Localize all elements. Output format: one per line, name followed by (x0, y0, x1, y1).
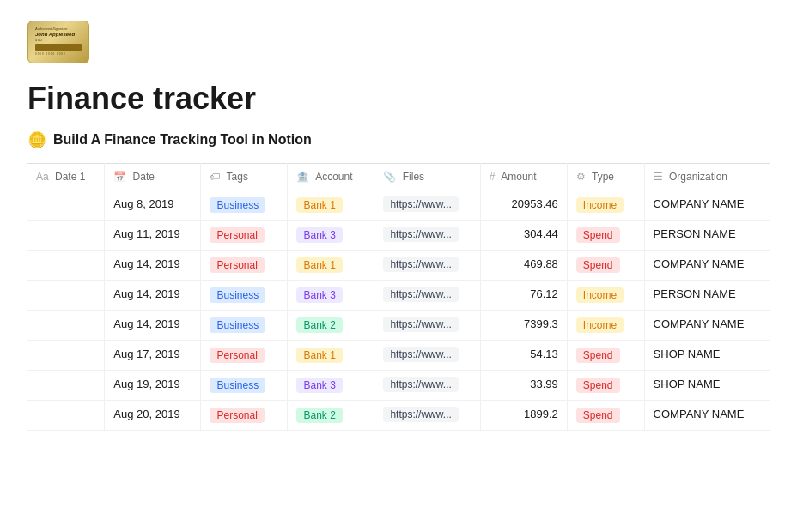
col-header-date[interactable]: 📅 Date (105, 164, 201, 190)
page-title: Finance tracker (27, 81, 770, 117)
type-badge-0[interactable]: Income (576, 197, 624, 213)
tag-badge-4[interactable]: Business (210, 317, 265, 333)
card-auth-text: Authorized Signature (35, 27, 82, 31)
cell-tags-3: Business (201, 281, 288, 311)
col-icon-date1: Aa (36, 171, 49, 183)
col-header-account[interactable]: 🏦 Account (288, 164, 374, 190)
cell-date1-3 (27, 281, 105, 311)
cell-type-3: Income (567, 281, 644, 311)
tag-badge-2[interactable]: Personal (210, 257, 264, 273)
cell-type-5: Spend (567, 341, 644, 371)
table-row[interactable]: Aug 11, 2019 Personal Bank 3 https://www… (27, 221, 770, 251)
table-row[interactable]: Aug 20, 2019 Personal Bank 2 https://www… (27, 401, 770, 431)
type-badge-7[interactable]: Spend (576, 408, 620, 423)
file-link-6[interactable]: https://www... (383, 377, 458, 392)
tag-badge-1[interactable]: Personal (210, 227, 264, 243)
file-link-0[interactable]: https://www... (383, 196, 458, 212)
cell-account-5: Bank 1 (288, 341, 374, 371)
tag-badge-6[interactable]: Business (210, 378, 265, 393)
cell-type-7: Spend (567, 401, 644, 431)
type-badge-1[interactable]: Spend (576, 227, 620, 243)
account-badge-1[interactable]: Bank 3 (296, 227, 342, 243)
file-link-3[interactable]: https://www... (383, 287, 458, 302)
type-badge-4[interactable]: Income (576, 317, 624, 333)
tag-badge-7[interactable]: Personal (210, 408, 264, 423)
cell-org-6: SHOP NAME (644, 371, 770, 401)
file-link-2[interactable]: https://www... (383, 257, 458, 272)
type-badge-6[interactable]: Spend (576, 378, 620, 393)
type-badge-2[interactable]: Spend (576, 257, 620, 273)
cell-tags-7: Personal (201, 401, 288, 431)
col-header-amount[interactable]: # Amount (480, 164, 567, 190)
cell-org-1: PERSON NAME (644, 221, 770, 251)
account-badge-2[interactable]: Bank 1 (296, 257, 342, 273)
cell-date1-1 (27, 221, 105, 251)
col-header-tags[interactable]: 🏷 Tags (201, 164, 288, 190)
cell-type-4: Income (567, 311, 644, 341)
tag-badge-5[interactable]: Personal (210, 348, 264, 363)
file-link-7[interactable]: https://www... (383, 407, 458, 422)
cell-files-3: https://www... (374, 281, 480, 311)
file-link-5[interactable]: https://www... (383, 347, 458, 362)
cell-account-2: Bank 1 (288, 251, 374, 281)
section-header: 🪙 Build A Finance Tracking Tool in Notio… (27, 130, 770, 149)
cell-account-6: Bank 3 (288, 371, 374, 401)
col-icon-tags: 🏷 (210, 171, 220, 183)
cell-org-4: COMPANY NAME (644, 311, 770, 341)
cell-amount-2: 469.88 (480, 251, 567, 281)
card-name: John Appleseed (35, 32, 82, 37)
cell-type-1: Spend (567, 221, 644, 251)
cell-tags-0: Business (201, 190, 288, 221)
cell-date-5: Aug 17, 2019 (105, 341, 201, 371)
cell-tags-4: Business (201, 311, 288, 341)
tag-badge-3[interactable]: Business (210, 287, 265, 303)
cell-date-0: Aug 8, 2019 (105, 190, 201, 221)
section-icon: 🪙 (27, 130, 46, 149)
card-number: 440 (35, 38, 82, 42)
account-badge-0[interactable]: Bank 1 (296, 197, 342, 213)
cell-org-2: COMPANY NAME (644, 251, 770, 281)
col-header-files[interactable]: 📎 Files (374, 164, 480, 190)
table-row[interactable]: Aug 14, 2019 Business Bank 3 https://www… (27, 281, 770, 311)
cell-date1-2 (27, 251, 105, 281)
finance-table: Aa Date 1 📅 Date 🏷 Tags 🏦 Account 📎 (27, 163, 770, 431)
cell-amount-1: 304.44 (480, 221, 567, 251)
account-badge-3[interactable]: Bank 3 (296, 287, 342, 303)
table-row[interactable]: Aug 8, 2019 Business Bank 1 https://www.… (27, 190, 770, 221)
tag-badge-0[interactable]: Business (210, 197, 265, 213)
account-badge-4[interactable]: Bank 2 (296, 317, 342, 333)
account-badge-6[interactable]: Bank 3 (296, 378, 342, 393)
file-link-4[interactable]: https://www... (383, 317, 458, 332)
cell-date1-0 (27, 190, 105, 221)
table-row[interactable]: Aug 14, 2019 Business Bank 2 https://www… (27, 311, 770, 341)
cell-files-2: https://www... (374, 251, 480, 281)
cell-tags-6: Business (201, 371, 288, 401)
cell-tags-1: Personal (201, 221, 288, 251)
cell-amount-4: 7399.3 (480, 311, 567, 341)
file-link-1[interactable]: https://www... (383, 227, 458, 242)
type-badge-5[interactable]: Spend (576, 348, 620, 363)
cell-date-2: Aug 14, 2019 (105, 251, 201, 281)
col-header-type[interactable]: ⚙ Type (567, 164, 644, 190)
col-icon-org: ☰ (654, 171, 663, 183)
cell-account-1: Bank 3 (288, 221, 374, 251)
col-header-date1[interactable]: Aa Date 1 (27, 164, 105, 190)
type-badge-3[interactable]: Income (576, 287, 624, 303)
cell-org-3: PERSON NAME (644, 281, 770, 311)
col-header-org[interactable]: ☰ Organization (644, 164, 770, 190)
cell-amount-5: 54.13 (480, 341, 567, 371)
section-label: Build A Finance Tracking Tool in Notion (53, 132, 312, 148)
cell-type-2: Spend (567, 251, 644, 281)
card-digits: 0000 0000 0000 (35, 52, 82, 56)
account-badge-7[interactable]: Bank 2 (296, 408, 342, 423)
table-row[interactable]: Aug 19, 2019 Business Bank 3 https://www… (27, 371, 770, 401)
table-row[interactable]: Aug 14, 2019 Personal Bank 1 https://www… (27, 251, 770, 281)
cell-amount-3: 76.12 (480, 281, 567, 311)
table-row[interactable]: Aug 17, 2019 Personal Bank 1 https://www… (27, 341, 770, 371)
cell-account-3: Bank 3 (288, 281, 374, 311)
cell-date-3: Aug 14, 2019 (105, 281, 201, 311)
col-icon-amount: # (490, 171, 496, 183)
credit-card-image: Authorized Signature John Appleseed 440 … (27, 21, 89, 63)
cell-files-1: https://www... (374, 221, 480, 251)
account-badge-5[interactable]: Bank 1 (296, 348, 342, 363)
